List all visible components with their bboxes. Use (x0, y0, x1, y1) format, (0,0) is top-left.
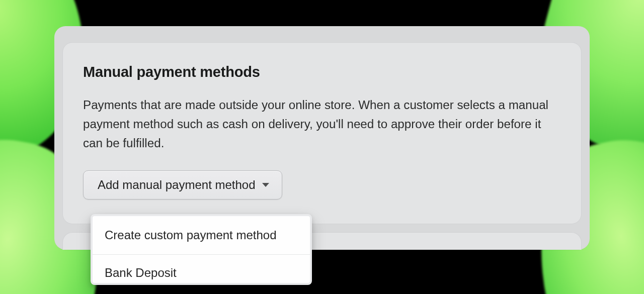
menu-item-create-custom[interactable]: Create custom payment method (93, 216, 310, 254)
card-description: Payments that are made outside your onli… (83, 95, 556, 152)
dropdown-label: Add manual payment method (98, 178, 256, 192)
manual-payment-card: Manual payment methods Payments that are… (62, 42, 582, 224)
caret-down-icon (262, 182, 270, 188)
menu-item-bank-deposit[interactable]: Bank Deposit (93, 254, 310, 283)
add-manual-payment-button[interactable]: Add manual payment method (83, 170, 282, 200)
add-payment-menu: Create custom payment method Bank Deposi… (91, 214, 312, 285)
card-title: Manual payment methods (83, 64, 561, 80)
